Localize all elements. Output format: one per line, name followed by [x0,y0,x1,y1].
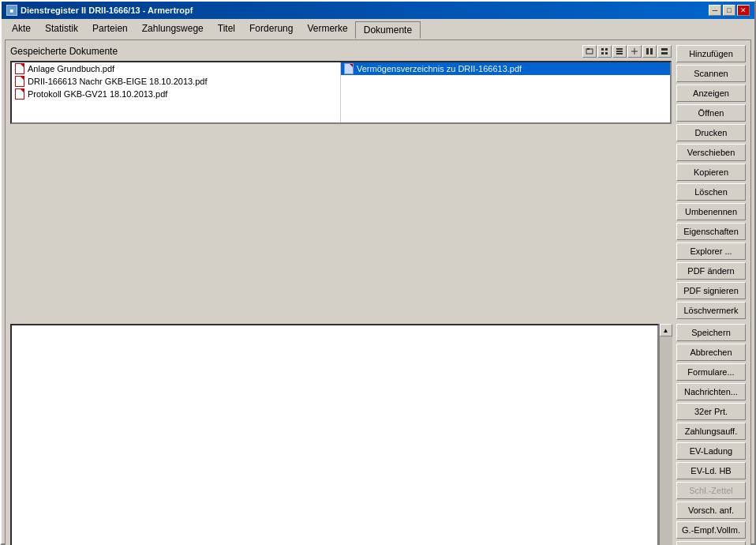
doc-item-1[interactable]: Anlage Grundbuch.pdf [12,62,340,75]
minimize-button[interactable]: ─ [709,5,721,16]
title-bar: ■ Dienstregister II DRII-1666/13 - Armer… [2,2,754,19]
svg-rect-4 [601,52,604,54]
oeffnen-button[interactable]: Öffnen [676,104,746,122]
docs-list-right: Vermögensverzeichnis zu DRII-166613.pdf [341,62,670,122]
scroll-up-button[interactable]: ▲ [660,324,672,336]
svg-rect-13 [661,48,668,51]
ev-ladung-button[interactable]: EV-Ladung [676,442,746,460]
kopieren-button[interactable]: Kopieren [676,164,746,181]
content-area: Gespeicherte Dokumente [5,39,751,545]
schl-zettel-button[interactable]: Schl.-Zettel [676,482,746,499]
loschvermerk-button[interactable]: Löschvermerk [676,302,746,319]
toolbar-btn-4[interactable] [627,45,642,58]
toolbar-btn-2[interactable] [597,45,612,58]
eigenschaften-button[interactable]: Eigenschaften [676,223,746,240]
32er-prt-button[interactable]: 32er Prt. [676,403,746,420]
umbenennen-button[interactable]: Umbenennen [676,203,746,220]
docs-label: Gespeicherte Dokumente [10,46,118,57]
nachrichten-button[interactable]: Nachrichten... [676,383,746,400]
doc-item-4[interactable]: Vermögensverzeichnis zu DRII-166613.pdf [341,62,670,75]
main-window: ■ Dienstregister II DRII-1666/13 - Armer… [0,0,756,545]
right-buttons: Hinzufügen Scannen Anzeigen Öffnen Druck… [676,45,746,319]
preview-scroll-container: ▲ ▼ [10,324,672,545]
doc-item-2[interactable]: DRII-166613 Nachr GKB-EIGE 18.10.2013.pd… [12,75,340,88]
loeschen-button[interactable]: Löschen [676,183,746,201]
svg-rect-5 [605,52,608,54]
svg-rect-14 [661,52,668,54]
menu-parteien[interactable]: Parteien [85,21,135,38]
vorpf-benach-button[interactable]: Vorpf.benach. [676,541,746,545]
toolbar-btn-3[interactable] [612,45,627,58]
vorsch-anf-button[interactable]: Vorsch. anf. [676,502,746,519]
menu-zahlungswege[interactable]: Zahlungswege [135,21,211,38]
pdf-icon-4 [343,63,354,74]
toolbar-btn-6[interactable] [657,45,672,58]
g-empf-vollm-button[interactable]: G.-Empf.Vollm. [676,521,746,539]
svg-rect-12 [650,48,653,54]
pdf-aendern-button[interactable]: PDF ändern [676,262,746,280]
menu-titel[interactable]: Titel [211,21,242,38]
scrollbar-right: ▲ ▼ [659,324,672,545]
verschieben-button[interactable]: Verschieben [676,144,746,161]
pdf-icon-3 [14,88,25,100]
docs-list[interactable]: Anlage Grundbuch.pdf DRII-166613 Nachr G… [10,61,672,124]
pdf-icon-2 [14,76,25,87]
svg-rect-3 [605,48,608,51]
top-section: Gespeicherte Dokumente [10,45,746,319]
drucken-button[interactable]: Drucken [676,124,746,141]
menu-bar: Akte Statistik Parteien Zahlungswege Tit… [2,19,754,39]
hinzufuegen-button[interactable]: Hinzufügen [676,45,746,62]
pdf-signieren-button[interactable]: PDF signieren [676,282,746,299]
docs-panel: Gespeicherte Dokumente [10,45,672,319]
menu-dokumente[interactable]: Dokumente [355,21,421,39]
zahlungsauff-button[interactable]: Zahlungsauff. [676,423,746,440]
scrollbar-track[interactable] [660,336,672,545]
svg-rect-7 [616,51,623,52]
app-icon: ■ [6,5,17,16]
menu-akte[interactable]: Akte [5,21,38,38]
svg-rect-6 [616,48,623,50]
explorer-button[interactable]: Explorer ... [676,242,746,260]
svg-rect-1 [587,48,589,50]
toolbar-btn-1[interactable] [582,45,597,58]
title-bar-left: ■ Dienstregister II DRII-1666/13 - Armer… [6,5,193,16]
docs-list-left: Anlage Grundbuch.pdf DRII-166613 Nachr G… [12,62,341,122]
svg-rect-8 [616,53,623,54]
scannen-button[interactable]: Scannen [676,65,746,82]
svg-rect-2 [601,48,604,51]
menu-vermerke[interactable]: Vermerke [300,21,354,38]
menu-forderung[interactable]: Forderung [242,21,300,38]
title-buttons: ─ □ ✕ [709,5,750,16]
anzeigen-button[interactable]: Anzeigen [676,85,746,102]
docs-toolbar [582,45,672,58]
ev-ld-hb-button[interactable]: EV-Ld. HB [676,462,746,479]
toolbar-btn-5[interactable] [642,45,657,58]
maximize-button[interactable]: □ [723,5,735,16]
side-buttons-column: Speichern Abbrechen Formulare... Nachric… [676,324,746,545]
svg-rect-11 [646,48,649,54]
pdf-icon-1 [14,63,25,74]
speichern-button[interactable]: Speichern [676,324,746,341]
close-button[interactable]: ✕ [737,5,750,16]
preview-area [10,324,659,545]
formulare-button[interactable]: Formulare... [676,363,746,381]
menu-statistik[interactable]: Statistik [38,21,85,38]
window-title: Dienstregister II DRII-1666/13 - Armertr… [21,6,193,15]
abbrechen-button[interactable]: Abbrechen [676,344,746,361]
doc-item-3[interactable]: Protokoll GKB-GV21 18.10.2013.pdf [12,88,340,100]
main-section: ▲ ▼ Speichern Abbrechen Formulare... Nac… [10,324,746,545]
